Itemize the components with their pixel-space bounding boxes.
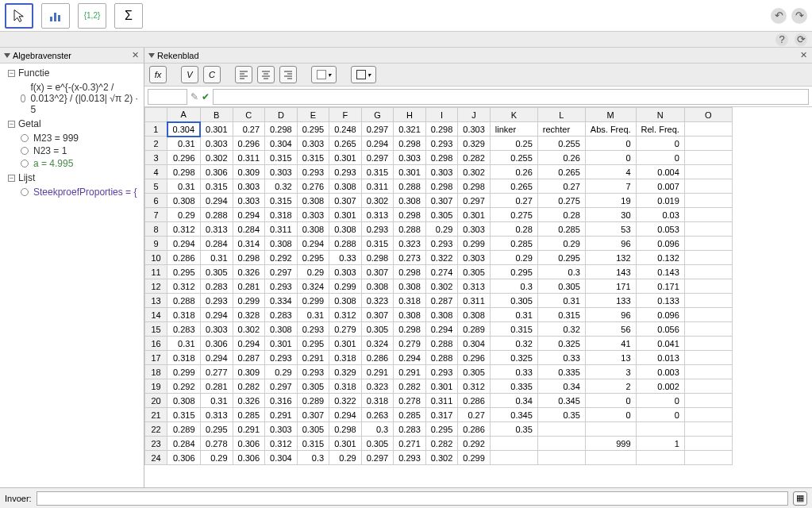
cell[interactable] bbox=[684, 437, 732, 451]
cell[interactable]: 0.315 bbox=[167, 408, 201, 422]
cell[interactable]: 0.291 bbox=[265, 408, 298, 422]
cell[interactable]: 0.3 bbox=[537, 265, 585, 279]
cell[interactable]: 0.329 bbox=[329, 365, 362, 379]
cell[interactable]: 0.32 bbox=[537, 322, 585, 337]
cell[interactable]: 0.308 bbox=[329, 179, 362, 194]
cell[interactable]: 0.29 bbox=[200, 451, 233, 465]
cell[interactable]: 0.309 bbox=[233, 365, 265, 379]
cell[interactable]: 30 bbox=[585, 208, 636, 222]
cell[interactable]: 0.299 bbox=[167, 365, 201, 379]
row-header[interactable]: 6 bbox=[145, 194, 167, 208]
tree-section[interactable]: − Getal bbox=[0, 116, 144, 132]
column-header[interactable]: J bbox=[458, 108, 491, 122]
cell[interactable]: 0.31 bbox=[167, 179, 201, 194]
cell[interactable]: 0.003 bbox=[636, 365, 684, 379]
cell[interactable]: 0.296 bbox=[167, 151, 201, 165]
accept-icon[interactable]: ✔ bbox=[202, 91, 210, 102]
border-button[interactable]: ▾ bbox=[351, 66, 376, 83]
cell[interactable]: 0.298 bbox=[458, 179, 491, 194]
cell[interactable]: 0.288 bbox=[394, 179, 426, 194]
cell[interactable]: 0.293 bbox=[200, 294, 233, 308]
cell[interactable] bbox=[684, 379, 732, 394]
cell[interactable]: 0.315 bbox=[361, 165, 394, 179]
cell[interactable]: 0.274 bbox=[425, 265, 458, 279]
cell[interactable]: 0.303 bbox=[233, 194, 265, 208]
cell[interactable]: 0.27 bbox=[537, 179, 585, 194]
cell[interactable]: linker bbox=[490, 122, 537, 137]
cell[interactable]: 0.294 bbox=[361, 137, 394, 151]
cell[interactable]: 0.312 bbox=[167, 222, 201, 237]
cell[interactable]: 0.292 bbox=[458, 437, 491, 451]
cell[interactable]: 0.303 bbox=[200, 137, 233, 151]
cell[interactable] bbox=[585, 422, 636, 437]
cell[interactable]: 0 bbox=[636, 151, 684, 165]
cell[interactable]: 0.311 bbox=[265, 222, 298, 237]
cell[interactable]: 0.255 bbox=[490, 151, 537, 165]
cell[interactable]: 0.323 bbox=[361, 294, 394, 308]
cell[interactable]: 0.315 bbox=[265, 151, 298, 165]
cell[interactable] bbox=[684, 137, 732, 151]
column-header[interactable]: L bbox=[537, 108, 585, 122]
cell[interactable]: 0.29 bbox=[425, 222, 458, 237]
cell[interactable] bbox=[684, 165, 732, 179]
cell[interactable]: 0.3 bbox=[297, 451, 329, 465]
column-header[interactable]: F bbox=[329, 108, 362, 122]
cell[interactable]: 0.315 bbox=[361, 237, 394, 251]
cell[interactable]: 96 bbox=[585, 308, 636, 322]
cell[interactable]: 0.301 bbox=[329, 208, 362, 222]
cell[interactable]: 0.286 bbox=[361, 351, 394, 365]
cell[interactable] bbox=[684, 308, 732, 322]
cell[interactable]: 0.289 bbox=[297, 394, 329, 408]
cell[interactable] bbox=[684, 451, 732, 465]
row-header[interactable]: 22 bbox=[145, 422, 167, 437]
cell[interactable]: 0.096 bbox=[636, 308, 684, 322]
row-header[interactable]: 9 bbox=[145, 237, 167, 251]
cell[interactable]: 13 bbox=[585, 351, 636, 365]
cell[interactable]: 56 bbox=[585, 322, 636, 337]
cell[interactable]: 0.302 bbox=[233, 322, 265, 337]
align-left-button[interactable] bbox=[235, 66, 252, 83]
cell[interactable]: 0.287 bbox=[425, 294, 458, 308]
cell[interactable]: 0.299 bbox=[233, 294, 265, 308]
cell[interactable]: 0.31 bbox=[537, 294, 585, 308]
cell[interactable]: 0.297 bbox=[458, 194, 491, 208]
cell[interactable]: 0 bbox=[585, 151, 636, 165]
cell[interactable] bbox=[684, 279, 732, 294]
cell[interactable]: 53 bbox=[585, 222, 636, 237]
cell[interactable]: 0.293 bbox=[394, 451, 426, 465]
cell[interactable]: 0.281 bbox=[233, 279, 265, 294]
column-header[interactable]: G bbox=[361, 108, 394, 122]
cell[interactable]: 0.308 bbox=[329, 294, 362, 308]
cell[interactable]: 0.289 bbox=[458, 322, 491, 337]
cell[interactable] bbox=[684, 294, 732, 308]
cell[interactable]: 96 bbox=[585, 237, 636, 251]
cell[interactable]: 0.312 bbox=[265, 437, 298, 451]
cell[interactable]: 0 bbox=[636, 408, 684, 422]
cell[interactable]: 0.311 bbox=[233, 151, 265, 165]
cell[interactable]: 0.26 bbox=[537, 151, 585, 165]
cell[interactable]: 0.294 bbox=[394, 351, 426, 365]
refresh-button[interactable]: ⟳ bbox=[795, 33, 807, 46]
cell[interactable] bbox=[684, 208, 732, 222]
cell[interactable]: 0.326 bbox=[233, 394, 265, 408]
cell[interactable]: 0.303 bbox=[265, 165, 298, 179]
cell[interactable]: 0.295 bbox=[297, 337, 329, 351]
cell[interactable]: 0.288 bbox=[329, 237, 362, 251]
cell[interactable]: 0.307 bbox=[361, 265, 394, 279]
cell[interactable]: 0.296 bbox=[233, 137, 265, 151]
cell[interactable]: 0.305 bbox=[458, 265, 491, 279]
cell[interactable]: 0.283 bbox=[265, 308, 298, 322]
cell[interactable] bbox=[490, 437, 537, 451]
cell[interactable]: 0.308 bbox=[458, 308, 491, 322]
cell[interactable]: 0 bbox=[585, 137, 636, 151]
cell[interactable]: 0.315 bbox=[265, 194, 298, 208]
cell[interactable]: 0.285 bbox=[394, 408, 426, 422]
cell[interactable]: 0.284 bbox=[200, 237, 233, 251]
column-header[interactable]: A bbox=[167, 108, 201, 122]
column-header[interactable]: K bbox=[490, 108, 537, 122]
tree-section[interactable]: − Functie bbox=[0, 65, 144, 81]
cell[interactable]: 0.303 bbox=[458, 251, 491, 265]
cell[interactable]: 0.299 bbox=[458, 237, 491, 251]
cell[interactable]: 0.294 bbox=[297, 237, 329, 251]
sheet-collapse-icon[interactable] bbox=[148, 53, 155, 58]
